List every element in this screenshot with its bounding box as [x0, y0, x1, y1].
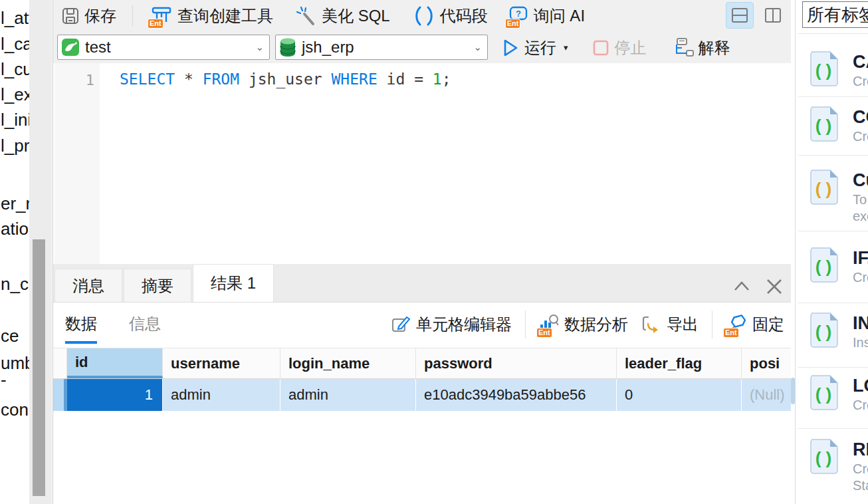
sql-token-keyword: WHERE [332, 70, 378, 88]
column-header-password[interactable]: password [416, 348, 617, 378]
sql-token-keyword: FROM [203, 70, 239, 88]
pin-button[interactable]: Ent 固定 [726, 314, 784, 335]
table-row[interactable]: 1adminadmine10adc3949ba59abbe560(Null) [53, 379, 791, 411]
database-icon [279, 37, 296, 57]
cell-password[interactable]: e10adc3949ba59abbe56 [416, 379, 617, 411]
ask-ai-button[interactable]: ? Ent 询问 AI [508, 5, 585, 27]
background-list-item[interactable]: - [1, 370, 7, 390]
magic-wand-icon [296, 6, 317, 26]
query-builder-button[interactable]: Ent 查询创建工具 [150, 5, 273, 27]
code-snippet-label: 代码段 [440, 5, 488, 27]
sql-token-plain: jsh_user [239, 70, 331, 88]
column-header-username[interactable]: username [163, 348, 280, 378]
tab-messages[interactable]: 消息 [54, 269, 122, 302]
cell-editor-button[interactable]: 单元格编辑器 [391, 314, 512, 335]
toolbar-separator [712, 311, 712, 338]
tab-result-1[interactable]: 结果 1 [193, 264, 274, 302]
snippet-file-icon: ( ) [809, 311, 839, 349]
cell-leader_flag[interactable]: 0 [617, 379, 742, 411]
collapse-panel-icon[interactable] [731, 278, 752, 295]
stop-icon [592, 39, 609, 57]
background-column-list: l_attl_catl_cul_exl_inil_prer_ration_coc… [0, 0, 53, 504]
connection-select[interactable]: test ⌄ [57, 35, 270, 60]
code-snippet-panel: 所有标签 ( )CACre( )COCre( )CuToexe( )IF.Cre… [795, 0, 868, 504]
background-list-item[interactable]: l_ini [1, 110, 31, 130]
main-toolbar: 保存 Ent 查询创建工具 美化 SQL [53, 0, 791, 32]
query-builder-icon: Ent [150, 6, 173, 26]
tab-summary[interactable]: 摘要 [124, 269, 191, 302]
left-scrollbar-track[interactable] [29, 0, 52, 504]
svg-text:( ): ( ) [815, 61, 832, 80]
save-icon [61, 7, 80, 25]
snippet-description: To [853, 192, 867, 207]
background-list-item[interactable]: l_cu [1, 59, 33, 80]
mysql-connection-icon [61, 38, 80, 57]
query-window: 保存 Ent 查询创建工具 美化 SQL [53, 0, 791, 504]
row-selector-cell[interactable] [53, 379, 67, 411]
subtab-info[interactable]: 信息 [129, 313, 161, 344]
database-select[interactable]: jsh_erp ⌄ [275, 35, 488, 60]
ent-badge: Ent [536, 328, 552, 338]
save-button[interactable]: 保存 [61, 5, 116, 27]
results-panel: 数据 信息 单元格编辑器 E [53, 303, 791, 504]
snippet-description: Cre [853, 461, 868, 477]
cell-posi[interactable]: (Null) [742, 379, 791, 411]
cell-username[interactable]: admin [163, 379, 280, 411]
subtab-data[interactable]: 数据 [65, 313, 97, 344]
split-horizontal-icon [731, 7, 748, 23]
background-list-item[interactable]: atio [1, 219, 29, 239]
output-tabbar: 消息 摘要 结果 1 [53, 264, 791, 303]
tag-filter-select[interactable]: 所有标签 [802, 1, 868, 28]
column-header-leader_flag[interactable]: leader_flag [617, 348, 742, 378]
results-toolbar: 数据 信息 单元格编辑器 E [53, 303, 791, 346]
sql-token-keyword: SELECT [120, 70, 175, 88]
svg-text:( ): ( ) [815, 179, 832, 199]
stop-label: 停止 [615, 37, 647, 59]
code-snippet-button[interactable]: 代码段 [413, 5, 488, 27]
split-vertical-icon [764, 7, 782, 23]
beautify-sql-button[interactable]: 美化 SQL [296, 5, 390, 27]
sql-token-plain: * [175, 70, 203, 88]
sql-token-plain: ; [442, 70, 451, 88]
explain-icon [672, 37, 695, 59]
background-list-item[interactable]: con [1, 400, 29, 420]
background-list-item[interactable]: l_ex [1, 84, 33, 105]
snippet-title: IN [853, 313, 868, 334]
snippet-description: Ins [853, 335, 868, 350]
left-scrollbar-thumb[interactable] [33, 239, 45, 496]
split-vertical-button[interactable] [759, 2, 787, 29]
ent-badge: Ent [148, 19, 163, 29]
split-horizontal-button[interactable] [726, 2, 754, 29]
background-list-item[interactable]: ce [1, 326, 19, 346]
cell-id[interactable]: 1 [67, 379, 163, 411]
explain-label: 解释 [699, 37, 730, 59]
background-list-item[interactable]: er_r [1, 193, 31, 214]
background-list-item[interactable]: l_pr [1, 136, 29, 156]
background-list-item[interactable]: l_att [1, 8, 33, 29]
query-builder-label: 查询创建工具 [177, 5, 273, 27]
database-value: jsh_erp [302, 38, 468, 57]
data-analysis-button[interactable]: Ent 数据分析 [539, 314, 628, 335]
beautify-sql-label: 美化 SQL [322, 5, 390, 27]
column-header-posi[interactable]: posi [742, 348, 791, 378]
header-gutter-cell[interactable] [53, 348, 67, 378]
ent-badge: Ent [723, 328, 739, 338]
export-label: 导出 [667, 314, 699, 335]
cell-login_name[interactable]: admin [280, 379, 416, 411]
line-number-gutter: 1 [54, 63, 100, 264]
snippet-separator [798, 96, 868, 97]
column-header-login_name[interactable]: login_name [280, 348, 416, 378]
sql-editor[interactable]: 1 SELECT * FROM jsh_user WHERE id = 1; [53, 63, 791, 264]
column-header-id[interactable]: id [67, 348, 163, 378]
data-analysis-icon: Ent [539, 314, 559, 335]
svg-text:?: ? [516, 9, 521, 19]
run-dropdown-caret[interactable]: ▾ [564, 43, 568, 53]
close-panel-icon[interactable] [764, 278, 784, 295]
run-button[interactable]: 运行 ▾ [500, 37, 568, 59]
sql-statement[interactable]: SELECT * FROM jsh_user WHERE id = 1; [120, 70, 451, 88]
snippet-file-icon: ( ) [809, 438, 839, 475]
explain-button[interactable]: 解释 [672, 37, 730, 59]
cell-editor-label: 单元格编辑器 [416, 314, 512, 335]
export-button[interactable]: 导出 [641, 314, 699, 335]
snippet-file-icon: ( ) [809, 246, 839, 284]
